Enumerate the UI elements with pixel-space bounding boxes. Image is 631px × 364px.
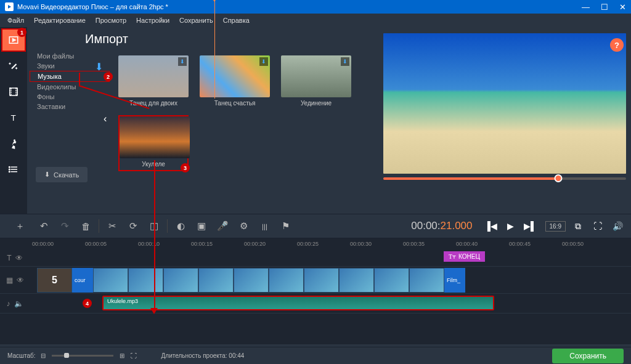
video-clip-label[interactable]: cour bbox=[72, 268, 93, 293]
video-clip[interactable] bbox=[234, 268, 269, 293]
video-clip[interactable] bbox=[304, 268, 339, 293]
preview-video[interactable] bbox=[383, 33, 626, 174]
video-clip[interactable] bbox=[128, 268, 163, 293]
app-logo-icon bbox=[5, 2, 14, 11]
text-track-icon: T bbox=[7, 254, 11, 262]
thumb-download-icon[interactable]: ⬇ bbox=[341, 57, 349, 66]
mute-icon[interactable]: 🔈 bbox=[14, 299, 23, 308]
thumb-download-icon[interactable]: ⬇ bbox=[178, 57, 187, 66]
annotation-arrowhead bbox=[150, 308, 158, 314]
cut-button[interactable]: ✂ bbox=[104, 218, 120, 234]
gallery-item[interactable]: ⬇ Танец для двоих bbox=[118, 55, 189, 107]
zoom-in-button[interactable]: ⊞ bbox=[120, 352, 124, 359]
category-intros[interactable]: Заставки bbox=[30, 102, 110, 111]
equalizer-button[interactable]: ⫼ bbox=[256, 218, 272, 234]
gallery-item-selected[interactable]: Укулеле 3 bbox=[118, 115, 189, 171]
menu-help[interactable]: Справка bbox=[223, 17, 250, 24]
zoom-out-button[interactable]: ⊟ bbox=[41, 352, 46, 359]
redo-button[interactable]: ↷ bbox=[57, 218, 73, 234]
audio-track-icon: ♪ bbox=[7, 299, 10, 308]
menu-settings[interactable]: Настройки bbox=[136, 17, 169, 24]
preview-progress[interactable] bbox=[383, 177, 626, 180]
video-clip[interactable] bbox=[198, 268, 234, 293]
prev-frame-button[interactable]: ▐◀ bbox=[484, 219, 499, 233]
menu-edit[interactable]: Редактирование bbox=[34, 17, 86, 24]
download-button[interactable]: ⬇ Скачать bbox=[36, 167, 88, 182]
status-bar: Масштаб: ⊟ ⊞ ⛶ Длительность проекта: 00:… bbox=[0, 347, 631, 364]
video-clip[interactable] bbox=[269, 268, 304, 293]
zoom-slider[interactable] bbox=[52, 355, 113, 357]
marker-button[interactable]: ⚑ bbox=[277, 218, 293, 234]
help-button[interactable]: ? bbox=[610, 38, 624, 52]
wand-icon bbox=[8, 60, 19, 71]
save-button[interactable]: Сохранить bbox=[552, 349, 624, 363]
playhead[interactable] bbox=[214, 0, 215, 99]
annotation-arrow bbox=[154, 160, 155, 308]
category-backgrounds[interactable]: Фоны bbox=[30, 92, 110, 102]
color-button[interactable]: ◐ bbox=[173, 218, 189, 234]
category-download-icon[interactable]: ⬇ bbox=[95, 61, 103, 73]
video-clip[interactable] bbox=[374, 268, 409, 293]
annotation-badge-1: 1 bbox=[17, 28, 26, 37]
category-videoclips[interactable]: Видеоклипы bbox=[30, 82, 110, 92]
fit-button[interactable]: ⛶ bbox=[131, 352, 137, 359]
rotate-button[interactable]: ⟳ bbox=[125, 218, 141, 234]
video-track[interactable]: ▦👁 5 cour Film_ bbox=[0, 267, 631, 294]
menu-file[interactable]: Файл bbox=[7, 17, 24, 24]
end-title-clip[interactable]: TᴛКОНЕЦ bbox=[444, 251, 485, 262]
film-icon bbox=[8, 86, 19, 97]
close-button[interactable]: ✕ bbox=[619, 2, 626, 12]
image-button[interactable]: ▣ bbox=[193, 218, 210, 234]
undo-button[interactable]: ↶ bbox=[36, 218, 52, 234]
visibility-icon[interactable]: 👁 bbox=[17, 276, 24, 285]
more-tab-button[interactable] bbox=[1, 158, 26, 181]
maximize-button[interactable]: ☐ bbox=[601, 2, 608, 12]
menu-view[interactable]: Просмотр bbox=[96, 17, 126, 24]
delete-button[interactable]: 🗑 bbox=[78, 218, 94, 234]
gallery-item[interactable]: ⬇ Уединение bbox=[281, 55, 351, 107]
video-clip[interactable] bbox=[163, 268, 198, 293]
menu-save[interactable]: Сохранить bbox=[179, 17, 213, 24]
gallery-item[interactable]: ⬇ Танец счастья bbox=[200, 55, 270, 107]
filters-tab-button[interactable] bbox=[1, 54, 26, 78]
next-frame-button[interactable]: ▶▌ bbox=[523, 219, 538, 233]
visibility-icon[interactable]: 👁 bbox=[15, 254, 23, 262]
category-myfiles[interactable]: Мои файлы bbox=[30, 51, 110, 61]
minimize-button[interactable]: — bbox=[582, 2, 590, 12]
preview-panel: ? bbox=[378, 27, 631, 214]
fullscreen-button[interactable]: ⛶ bbox=[590, 219, 605, 233]
gallery-prev-button[interactable]: ‹ bbox=[104, 113, 107, 124]
annotation-badge-2: 2 bbox=[104, 72, 113, 81]
time-ruler[interactable]: 00:00:00 00:00:05 00:00:10 00:00:15 00:0… bbox=[0, 238, 631, 249]
video-clip[interactable]: 5 bbox=[37, 268, 72, 293]
duration-label: Длительность проекта: 00:44 bbox=[161, 352, 245, 359]
download-label: Скачать bbox=[54, 171, 79, 179]
titles-tab-button[interactable]: T bbox=[1, 106, 26, 129]
export-frame-button[interactable]: ⧉ bbox=[571, 219, 585, 233]
thumb-label: Укулеле bbox=[120, 161, 187, 168]
play-button[interactable]: ▶ bbox=[503, 219, 518, 233]
audio-track[interactable]: ♪🔈 4 Ukulele.mp3 bbox=[0, 294, 631, 313]
audio-clip[interactable]: Ukulele.mp3 bbox=[102, 296, 494, 310]
empty-track-area bbox=[0, 313, 631, 344]
panel-title: Импорт bbox=[85, 32, 110, 46]
import-tab-button[interactable]: 1 bbox=[1, 28, 26, 52]
tick: 00:00:10 bbox=[138, 241, 160, 247]
progress-knob[interactable] bbox=[554, 174, 562, 182]
tick: 00:00:15 bbox=[191, 241, 213, 247]
add-track-button[interactable]: ＋ bbox=[12, 218, 28, 234]
video-clip[interactable] bbox=[93, 268, 128, 293]
window-title: Movavi Видеоредактор Плюс – для сайта 2h… bbox=[17, 3, 168, 10]
title-track[interactable]: T👁 TᴛКОНЕЦ bbox=[0, 249, 631, 267]
gear-button[interactable]: ⚙ bbox=[235, 218, 251, 234]
aspect-ratio-button[interactable]: 16:9 bbox=[545, 221, 566, 232]
video-clip[interactable] bbox=[339, 268, 374, 293]
video-clip-label[interactable]: Film_ bbox=[444, 268, 465, 293]
stickers-tab-button[interactable] bbox=[1, 132, 26, 155]
mic-button[interactable]: 🎤 bbox=[214, 218, 230, 234]
tick: 00:00:00 bbox=[32, 241, 54, 247]
thumb-download-icon[interactable]: ⬇ bbox=[259, 57, 268, 66]
volume-button[interactable]: 🔊 bbox=[610, 219, 625, 233]
video-clip[interactable] bbox=[409, 268, 444, 293]
transitions-tab-button[interactable] bbox=[1, 80, 26, 103]
